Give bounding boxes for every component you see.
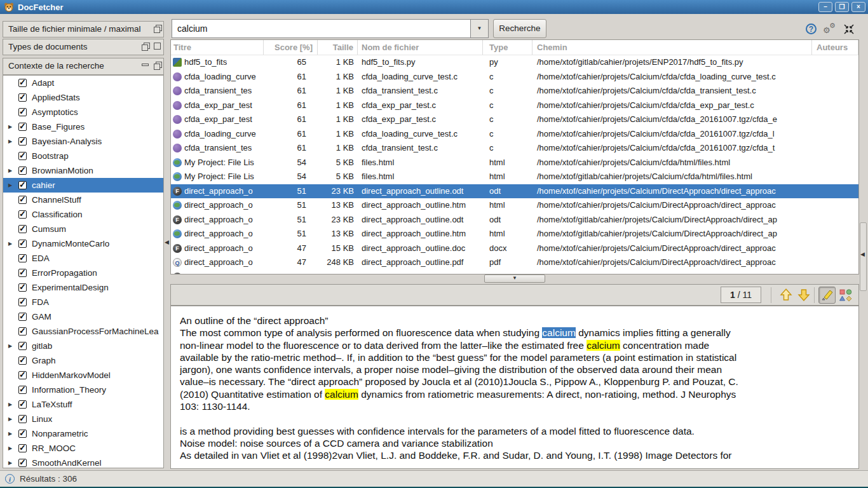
column-header-type[interactable]: Type: [483, 40, 532, 55]
tree-item-bayesian-analysis[interactable]: ▶Bayesian-Analysis: [3, 134, 163, 149]
expand-arrow-icon[interactable]: ▶: [8, 445, 18, 451]
tree-item-bootstrap[interactable]: Bootstrap: [3, 149, 163, 163]
tree-item-classification[interactable]: Classification: [3, 207, 163, 222]
column-header-auteurs[interactable]: Auteurs: [812, 40, 858, 55]
table-row[interactable]: cfda_loading_curve611 KBcfda_loading_cur…: [171, 127, 858, 142]
preview-pane[interactable]: An outline of the “direct approach”The m…: [170, 306, 859, 469]
checkbox-checked[interactable]: [18, 166, 27, 175]
filesize-filter-header[interactable]: Taille de fichier minimale / maximal: [3, 21, 164, 37]
restore-button[interactable]: ❐: [835, 2, 849, 12]
expand-arrow-icon[interactable]: ▶: [8, 182, 18, 188]
preview-mode-shapes-icon[interactable]: [839, 289, 852, 302]
tree-item-gaussianprocessformachinelea[interactable]: GaussianProcessForMachineLea: [3, 324, 163, 339]
column-header-nom-de-fichier[interactable]: Nom de fichier: [358, 40, 483, 55]
tree-item-errorpropagation[interactable]: ErrorPropagation: [3, 266, 163, 280]
minimize-panel-icon[interactable]: [142, 64, 149, 66]
expand-arrow-icon[interactable]: ▶: [8, 431, 18, 437]
tree-item-eda[interactable]: EDA: [3, 251, 163, 266]
tree-item-cumsum[interactable]: Cumsum: [3, 222, 163, 236]
tree-item-base_figures[interactable]: ▶Base_Figures: [3, 119, 163, 134]
checkbox-checked[interactable]: [18, 254, 27, 262]
restore-panel-icon[interactable]: [142, 43, 149, 50]
checkbox-checked[interactable]: [18, 283, 27, 292]
checkbox-checked[interactable]: [18, 108, 27, 116]
table-row[interactable]: My Project: File Lis545 KBfiles.htmlhtml…: [171, 156, 858, 170]
minimize-button[interactable]: –: [818, 2, 832, 12]
checkbox-checked[interactable]: [18, 415, 27, 423]
maximize-panel-icon[interactable]: [154, 43, 161, 50]
checkbox-checked[interactable]: [18, 137, 27, 146]
previous-occurrence-button[interactable]: [779, 288, 793, 302]
collapse-preview-sash-button[interactable]: ▼: [484, 274, 545, 283]
tree-item-nonparametric[interactable]: ▶Nonparametric: [3, 426, 163, 441]
checkbox-checked[interactable]: [18, 93, 27, 102]
restore-panel-icon[interactable]: [154, 25, 161, 32]
tree-item-asymptotics[interactable]: Asymptotics: [3, 105, 163, 119]
table-row[interactable]: direct_approach_o4715 KBdirect_approach_…: [171, 270, 858, 275]
tree-item-rr_mooc[interactable]: ▶RR_MOOC: [3, 441, 163, 456]
tree-item-appliedstats[interactable]: AppliedStats: [3, 90, 163, 105]
checkbox-checked[interactable]: [18, 356, 27, 365]
tree-item-gitlab[interactable]: ▶gitlab: [3, 339, 163, 353]
table-row[interactable]: cfda_exp_par_test611 KBcfda_exp_par_test…: [171, 98, 858, 113]
expand-arrow-icon[interactable]: ▶: [8, 124, 18, 130]
table-row[interactable]: direct_approach_o47248 KBdirect_approach…: [171, 255, 858, 270]
help-icon[interactable]: ?: [806, 24, 817, 34]
checkbox-checked[interactable]: [18, 152, 27, 160]
checkbox-checked[interactable]: [18, 371, 27, 379]
table-row[interactable]: cfda_exp_par_test611 KBcfda_exp_par_test…: [171, 112, 858, 127]
doctypes-filter-header[interactable]: Types de documents: [3, 39, 164, 55]
tree-item-experimentaldesign[interactable]: ExperimentalDesign: [3, 280, 163, 295]
checkbox-checked[interactable]: [18, 444, 27, 452]
preferences-gear-icon[interactable]: ⚙⚙: [823, 22, 838, 36]
checkbox-checked[interactable]: [18, 327, 27, 336]
restore-panel-icon[interactable]: [154, 62, 161, 69]
checkbox-checked[interactable]: [18, 313, 27, 321]
expand-arrow-icon[interactable]: ▶: [8, 139, 18, 144]
tree-item-information_theory[interactable]: Information_Theory: [3, 383, 163, 397]
collapse-right-sash-handle[interactable]: [860, 222, 867, 291]
search-scope-header[interactable]: Contexte de la recherche: [3, 58, 164, 75]
table-row[interactable]: cfda_loading_curve611 KBcfda_loading_cur…: [171, 70, 858, 85]
tree-item-dynamicmontecarlo[interactable]: ▶DynamicMonteCarlo: [3, 236, 163, 251]
checkbox-checked[interactable]: [18, 240, 27, 248]
close-button[interactable]: ×: [851, 2, 865, 12]
tree-item-adapt[interactable]: Adapt: [3, 76, 163, 90]
column-header-score-[interactable]: Score [%]: [264, 40, 318, 55]
checkbox-checked[interactable]: [18, 386, 27, 394]
checkbox-checked[interactable]: [18, 225, 27, 233]
checkbox-checked[interactable]: [18, 210, 27, 219]
checkbox-checked[interactable]: [18, 123, 27, 131]
expand-arrow-icon[interactable]: ▶: [8, 460, 18, 466]
column-header-chemin[interactable]: Chemin: [532, 40, 812, 55]
tree-item-latexstuff[interactable]: ▶LaTeXstuff: [3, 397, 163, 412]
search-input[interactable]: [172, 19, 471, 38]
tree-item-smoothandkernel[interactable]: ▶SmoothAndKernel: [3, 456, 163, 468]
expand-arrow-icon[interactable]: ▶: [8, 168, 18, 173]
table-row[interactable]: direct_approach_o5123 KBdirect_approach_…: [171, 184, 858, 199]
tree-item-linux[interactable]: ▶Linux: [3, 412, 163, 426]
table-row[interactable]: My Project: File Lis545 KBfiles.htmlhtml…: [171, 170, 858, 184]
collapse-left-panel-arrow[interactable]: ◀: [165, 236, 170, 248]
checkbox-checked[interactable]: [18, 196, 27, 204]
table-row[interactable]: cfda_transient_tes611 KBcfda_transient_t…: [171, 141, 858, 156]
table-row[interactable]: direct_approach_o5113 KBdirect_approach_…: [171, 198, 858, 213]
tree-item-gam[interactable]: GAM: [3, 309, 163, 324]
tree-item-channelstuff[interactable]: ChannelStuff: [3, 193, 163, 207]
expand-arrow-icon[interactable]: ▶: [8, 402, 18, 407]
next-occurrence-button[interactable]: [797, 288, 811, 302]
checkbox-checked[interactable]: [18, 430, 27, 438]
checkbox-checked[interactable]: [18, 181, 27, 189]
checkbox-checked[interactable]: [18, 342, 27, 350]
checkbox-checked[interactable]: [18, 400, 27, 409]
tree-item-graph[interactable]: Graph: [3, 353, 163, 368]
checkbox-checked[interactable]: [18, 298, 27, 306]
checkbox-checked[interactable]: [18, 269, 27, 277]
table-row[interactable]: direct_approach_o5113 KBdirect_approach_…: [171, 227, 858, 241]
table-row[interactable]: direct_approach_o5123 KBdirect_approach_…: [171, 213, 858, 227]
table-row[interactable]: cfda_transient_tes611 KBcfda_transient_t…: [171, 84, 858, 98]
tree-item-hiddenmarkovmodel[interactable]: HiddenMarkovModel: [3, 368, 163, 383]
column-header-titre[interactable]: Titre: [171, 40, 264, 55]
tree-item-brownianmotion[interactable]: ▶BrownianMotion: [3, 163, 163, 178]
tree-item-cahier[interactable]: ▶cahier: [3, 178, 163, 193]
